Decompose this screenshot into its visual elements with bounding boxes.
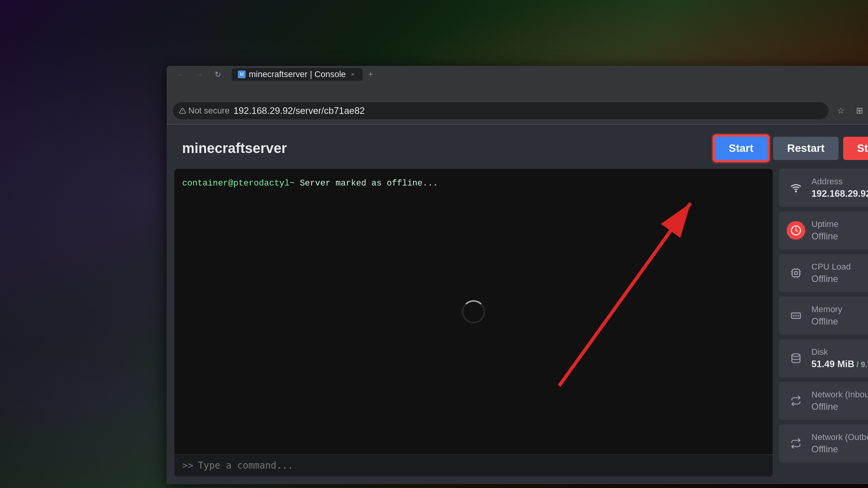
stat-card-network-out: Network (Outbound) Offline xyxy=(779,424,868,462)
svg-point-22 xyxy=(792,354,800,356)
tab-title: minecraftserver | Console xyxy=(249,69,346,79)
console-command-input[interactable] xyxy=(198,460,765,471)
loading-spinner xyxy=(462,300,485,323)
svg-line-4 xyxy=(559,203,691,386)
main-layout: container@pterodactyl~ Server marked as … xyxy=(167,169,868,484)
reload-button[interactable]: ↻ xyxy=(210,67,226,82)
browser-titlebar: ← → ↻ M minecraftserver | Console × + ─ … xyxy=(167,66,868,83)
console-prompt: container@pterodactyl~ xyxy=(182,179,294,188)
stat-info-network-in: Network (Inbound) Offline xyxy=(811,390,868,412)
stat-value-network-in: Offline xyxy=(811,401,868,412)
stat-card-address: Address 192.168.29.92:27010 xyxy=(779,169,868,207)
stat-icon-cpu xyxy=(787,264,805,282)
console-line: container@pterodactyl~ Server marked as … xyxy=(182,177,765,190)
stat-value-memory: Offline xyxy=(811,316,868,327)
stat-card-uptime: Uptime Offline xyxy=(779,211,868,249)
new-tab-button[interactable]: + xyxy=(364,68,377,81)
stat-icon-address xyxy=(787,179,805,197)
tab-favicon: M xyxy=(238,70,246,78)
start-button[interactable]: Start xyxy=(714,136,769,161)
stat-label-network-out: Network (Outbound) xyxy=(811,432,868,442)
stat-info-address: Address 192.168.29.92:27010 xyxy=(811,177,868,199)
server-title: minecraftserver xyxy=(182,140,704,156)
url-display: 192.168.29.92/server/cb71ae82 xyxy=(233,105,822,116)
stat-card-network-in: Network (Inbound) Offline xyxy=(779,382,868,420)
stat-card-memory: Memory Offline xyxy=(779,297,868,335)
stat-label-memory: Memory xyxy=(811,304,868,314)
server-header: minecraftserver Start Restart Stop xyxy=(167,125,868,169)
back-button[interactable]: ← xyxy=(173,67,188,82)
stop-button[interactable]: Stop xyxy=(843,137,868,160)
stat-value-network-out: Offline xyxy=(811,444,868,455)
active-tab[interactable]: M minecraftserver | Console × xyxy=(232,68,363,81)
stat-value-uptime: Offline xyxy=(811,231,868,242)
console-input-bar: >> xyxy=(174,454,773,476)
stat-label-network-in: Network (Inbound) xyxy=(811,390,868,400)
stats-panel: Address 192.168.29.92:27010 Uptime Offli… xyxy=(779,169,868,476)
stat-card-disk: Disk 51.49 MiB / 9.77 GiB xyxy=(779,339,868,377)
console-input-prompt: >> xyxy=(182,460,193,471)
browser-toolbar: Not secure 192.168.29.92/server/cb71ae82… xyxy=(167,97,868,125)
stat-info-disk: Disk 51.49 MiB / 9.77 GiB xyxy=(811,347,868,369)
security-indicator: Not secure xyxy=(179,106,229,116)
stat-icon-network-in xyxy=(787,392,805,410)
stat-icon-uptime xyxy=(787,221,805,240)
bookmark-button[interactable]: ☆ xyxy=(833,103,849,119)
stat-info-memory: Memory Offline xyxy=(811,304,868,327)
stat-value-disk: 51.49 MiB / 9.77 GiB xyxy=(811,359,868,369)
stat-icon-memory xyxy=(787,306,805,325)
stat-label-disk: Disk xyxy=(811,347,868,357)
svg-point-5 xyxy=(796,191,796,192)
extensions-button[interactable]: ⊞ xyxy=(852,103,867,119)
stat-label-uptime: Uptime xyxy=(811,219,868,229)
toolbar-actions: ☆ ⊞ ⋮ xyxy=(833,103,868,119)
stat-info-cpu: CPU Load Offline xyxy=(811,262,868,284)
stat-card-cpu: CPU Load Offline xyxy=(779,254,868,292)
stat-label-address: Address xyxy=(811,177,868,187)
stat-info-uptime: Uptime Offline xyxy=(811,219,868,242)
svg-rect-8 xyxy=(795,272,797,275)
stat-icon-network-out xyxy=(787,434,805,453)
stat-value-cpu: Offline xyxy=(811,273,868,284)
svg-rect-7 xyxy=(792,270,800,277)
window-controls: ─ □ × xyxy=(866,69,868,80)
stat-icon-disk xyxy=(787,349,805,368)
stat-subvalue: / 9.77 GiB xyxy=(854,360,868,369)
stat-info-network-out: Network (Outbound) Offline xyxy=(811,432,868,455)
stat-label-cpu: CPU Load xyxy=(811,262,868,272)
tab-bar: M minecraftserver | Console × + xyxy=(229,67,863,81)
stat-value-address: 192.168.29.92:27010 xyxy=(811,188,868,199)
browser-window: ← → ↻ M minecraftserver | Console × + ─ … xyxy=(167,66,868,484)
console-output: container@pterodactyl~ Server marked as … xyxy=(174,169,773,454)
address-bar[interactable]: Not secure 192.168.29.92/server/cb71ae82 xyxy=(173,102,828,119)
page-content: minecraftserver Start Restart Stop conta… xyxy=(167,125,868,484)
restart-button[interactable]: Restart xyxy=(773,137,838,160)
tab-close-button[interactable]: × xyxy=(349,70,356,78)
action-buttons: Start Restart Stop xyxy=(714,136,868,161)
browser-chrome: ← → ↻ M minecraftserver | Console × + ─ … xyxy=(167,66,868,97)
console-panel: container@pterodactyl~ Server marked as … xyxy=(174,169,773,476)
forward-button[interactable]: → xyxy=(191,67,207,82)
minimize-button[interactable]: ─ xyxy=(866,69,868,80)
